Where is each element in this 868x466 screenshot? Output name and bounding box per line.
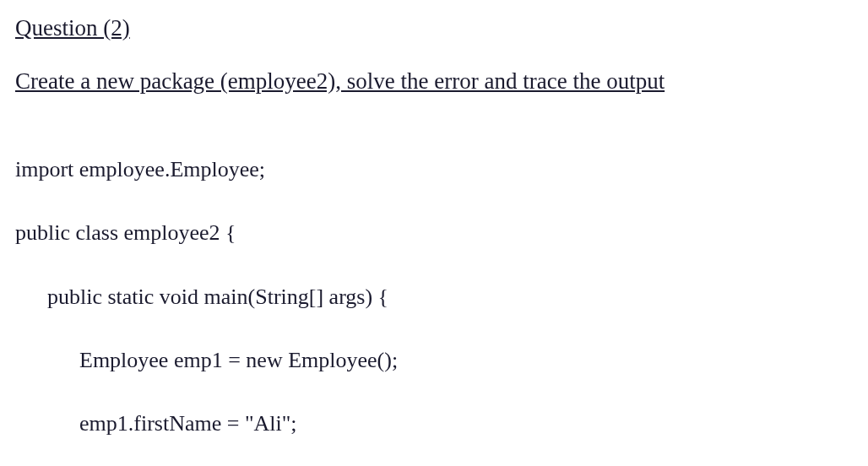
code-line: import employee.Employee; bbox=[15, 154, 853, 186]
code-line: public static void main(String[] args) { bbox=[15, 281, 853, 313]
code-block: import employee.Employee; public class e… bbox=[15, 122, 853, 466]
question-heading: Question (2) bbox=[15, 12, 853, 45]
code-line: Employee emp1 = new Employee(); bbox=[15, 344, 853, 377]
code-line: emp1.firstName = "Ali"; bbox=[15, 408, 853, 440]
question-instruction: Create a new package (employee2), solve … bbox=[15, 65, 853, 98]
code-line: public class employee2 { bbox=[15, 217, 853, 249]
